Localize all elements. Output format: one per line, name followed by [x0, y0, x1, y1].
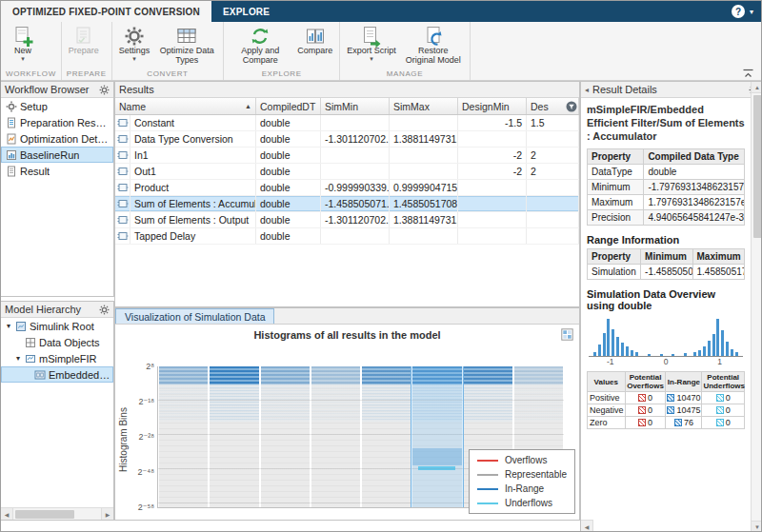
mini-hist-bar	[698, 350, 701, 356]
tree-expander-icon[interactable]: ▾	[5, 322, 12, 330]
hierarchy-item-label: Simulink Root	[30, 321, 94, 332]
values-label-cell: Positive	[588, 392, 626, 404]
workflow-item-optimization-details[interactable]: Optimization Details	[1, 130, 113, 147]
ribbon-button-compare[interactable]: Compare	[294, 25, 335, 56]
workflow-item-result[interactable]: Result	[1, 163, 113, 179]
tree-expander-icon[interactable]: ▾	[14, 354, 22, 363]
results-row-product[interactable]: Productdouble-0.999990339...0.9999904715…	[115, 180, 579, 196]
table-header-cell: Compiled Data Type	[644, 149, 745, 165]
block-icon	[117, 230, 129, 242]
gear-icon[interactable]	[99, 305, 110, 315]
hierarchy-item-msimplefir[interactable]: ▾mSimpleFIR	[1, 350, 113, 366]
results-row-in1[interactable]: In1double-22	[115, 148, 579, 164]
workflow-item-setup[interactable]: Setup	[1, 98, 113, 114]
in-range-swatch	[667, 394, 674, 402]
ribbon-button-restore-original-model[interactable]: Restore Original Model	[401, 25, 466, 66]
workflow-item-label: Optimization Details	[20, 133, 111, 145]
ribbon-button-label: Prepare	[69, 47, 99, 56]
simulation-overview-title: Simulation Data Overview using double	[587, 288, 745, 311]
ribbon-button-new[interactable]: New▾	[5, 25, 41, 61]
legend-label: Overflows	[505, 455, 547, 465]
block-icon	[117, 214, 129, 226]
workflow-browser-header: Workflow Browser	[1, 82, 113, 98]
workflow-item-label: Setup	[20, 101, 48, 112]
table-cell: 1.458505170	[692, 265, 744, 280]
hist-column-constant[interactable]	[159, 366, 208, 507]
collapse-ribbon-icon[interactable]	[741, 68, 755, 78]
scroll-left-icon[interactable]: ◀	[1, 508, 13, 520]
ribbon-button-label: Optimize Data Types	[157, 47, 216, 66]
tab-explore[interactable]: EXPLORE	[211, 1, 281, 22]
table-cell: Minimum	[588, 180, 644, 195]
hist-column-sum-of-elements-accumulator[interactable]	[412, 366, 461, 507]
hist-column-out1[interactable]	[311, 366, 360, 507]
underflow-swatch	[716, 419, 724, 426]
sim-max-cell	[390, 115, 458, 130]
design-min-cell	[458, 131, 527, 147]
ribbon-button-optimize-data-types[interactable]: Optimize Data Types	[154, 25, 219, 66]
table-header-cell: Maximum	[692, 249, 744, 265]
workflow-item-preparation-results[interactable]: Preparation Results	[1, 114, 113, 130]
hierarchy-item-data-objects[interactable]: Data Objects	[1, 334, 113, 350]
hist-column-product[interactable]	[362, 366, 411, 507]
scroll-up-icon[interactable]: ▲	[752, 82, 762, 93]
tab-optimized-fixed-point-conversion[interactable]: OPTIMIZED FIXED-POINT CONVERSION	[1, 1, 211, 22]
in-range-band	[261, 366, 310, 384]
mini-hist-bar	[593, 352, 596, 357]
hist-column-in1[interactable]	[261, 366, 310, 507]
results-header: Results	[115, 82, 579, 98]
table-cell: 0	[702, 417, 745, 429]
scrollbar-thumb[interactable]	[753, 95, 762, 238]
ribbon-button-prepare[interactable]: Prepare	[66, 25, 102, 56]
legend-label: Representable	[505, 469, 567, 480]
titlebar-controls: ? ▾	[732, 1, 761, 22]
column-options-icon[interactable]	[566, 101, 577, 112]
column-header-name[interactable]: Name▲	[115, 98, 256, 114]
result-details-content: mSimpleFIR/Embedded Efficient Filter/Sum…	[581, 98, 751, 520]
visualization-tab-strip: Visualization of Simulation Data	[115, 308, 579, 325]
block-icon	[117, 198, 129, 209]
range-information-title: Range Information	[587, 234, 745, 246]
column-header-simmin[interactable]: SimMin	[321, 98, 390, 114]
table-row: DataTypedouble	[588, 165, 745, 180]
column-header-compileddt[interactable]: CompiledDT	[256, 98, 321, 114]
results-row-constant[interactable]: Constantdouble-1.51.5	[115, 115, 579, 131]
panel-expand-icon[interactable]: ◂	[585, 86, 589, 94]
hist-column-data-type-conversion[interactable]	[210, 366, 258, 507]
titlebar-dropdown-icon[interactable]: ▾	[750, 8, 753, 16]
scroll-down-icon[interactable]: ▼	[752, 521, 762, 532]
vertical-scrollbar[interactable]: ▲ ▼	[751, 82, 762, 532]
column-header-designmin[interactable]: DesignMin	[458, 98, 527, 114]
horizontal-scrollbar[interactable]: ◀ ▶	[1, 507, 113, 520]
in-range-haze	[514, 384, 563, 421]
results-row-data-type-conversion[interactable]: Data Type Conversiondouble-1.301120702..…	[115, 131, 579, 148]
tab-visualization-of-simulation-data[interactable]: Visualization of Simulation Data	[115, 308, 274, 324]
dropdown-caret-icon: ▾	[370, 56, 373, 61]
results-table-header: Name▲CompiledDTSimMinSimMaxDesignMinDes	[115, 98, 579, 115]
scroll-right-icon[interactable]: ▶	[101, 508, 113, 520]
results-row-sum-of-elements-accumul[interactable]: Sum of Elements : Accumul...double-1.458…	[115, 196, 579, 212]
workflow-item-baselinerun[interactable]: BaselineRun	[1, 147, 113, 163]
chart-settings-icon[interactable]	[561, 328, 573, 343]
ribbon-button-export-script[interactable]: Export Script▾	[344, 25, 399, 61]
hierarchy-item-embedded-effic[interactable]: Embedded Effic...	[1, 366, 113, 383]
results-row-sum-of-elements-output[interactable]: Sum of Elements : Outputdouble-1.3011207…	[115, 212, 579, 228]
scrollbar-thumb[interactable]	[15, 510, 74, 519]
table-cell: Precision	[588, 210, 644, 226]
ribbon-button-settings[interactable]: Settings▾	[116, 25, 153, 61]
results-row-out1[interactable]: Out1double-22	[115, 164, 579, 180]
mini-hist-bar	[607, 319, 610, 357]
sim-max-cell	[390, 228, 458, 244]
sim-max-cell	[390, 148, 458, 163]
mini-hist-bar	[648, 354, 651, 356]
hierarchy-item-simulink-root[interactable]: ▾Simulink Root	[1, 318, 113, 334]
gear-icon[interactable]	[99, 85, 110, 95]
compare-icon	[304, 26, 327, 46]
results-row-tapped-delay[interactable]: Tapped Delaydouble	[115, 228, 579, 245]
help-button[interactable]: ?	[732, 5, 745, 18]
subsystem-icon	[34, 369, 46, 381]
in-range-haze	[261, 384, 310, 421]
sort-ascending-icon: ▲	[245, 103, 251, 109]
ribbon-button-apply-and-compare[interactable]: Apply and Compare	[228, 25, 292, 66]
column-header-simmax[interactable]: SimMax	[390, 98, 458, 114]
